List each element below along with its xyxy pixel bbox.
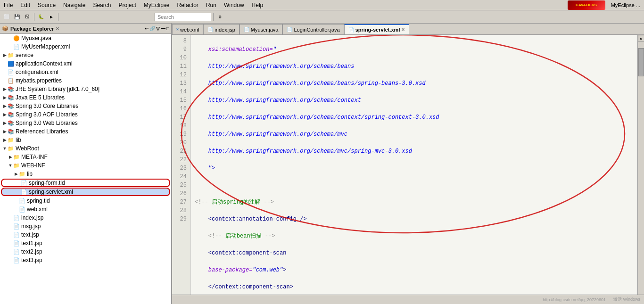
menu-search[interactable]: Search <box>91 1 113 9</box>
menu-file[interactable]: File <box>2 1 15 9</box>
scrollbar-up-arrow[interactable]: ▲ <box>638 35 644 41</box>
tree-expand-arrow[interactable]: ▶ <box>2 121 8 125</box>
toolbar-separator-2 <box>58 13 58 21</box>
tab-springservlet[interactable]: 📄 spring-servlet.xml ✕ <box>344 24 410 34</box>
code-line-21: base-package="com.web"> <box>195 266 634 274</box>
tab-logincontroller[interactable]: 📄 LoginController.java <box>282 24 344 34</box>
tree-item-textjsp[interactable]: 📄 text.jsp <box>0 230 171 239</box>
spring-servlet-icon: 📄 <box>21 189 27 195</box>
tree-item-text3jsp[interactable]: 📄 text3.jsp <box>0 256 171 264</box>
tab-webxml-label: web.xml <box>180 27 199 33</box>
tree-item-myuser[interactable]: 🟠 Myuser.java <box>0 34 171 42</box>
panel-max-icon[interactable]: □ <box>166 26 169 31</box>
tree-expand-arrow[interactable]: ▼ <box>2 146 8 151</box>
menu-myeclipse[interactable]: MyEclipse <box>142 1 172 9</box>
tree-item-springservlet[interactable]: 📄 spring-servlet.xml <box>1 188 170 196</box>
menu-edit[interactable]: Edit <box>18 1 32 9</box>
tree-item-service[interactable]: ▶ 📁 service <box>0 51 171 59</box>
tree-expand-arrow[interactable]: ▶ <box>2 53 8 58</box>
tree-item-text1jsp[interactable]: 📄 text1.jsp <box>0 239 171 247</box>
tree-item-webinf[interactable]: ▼ 📁 WEB-INF <box>0 161 171 170</box>
tree-expand-arrow[interactable]: ▶ <box>8 155 13 159</box>
tree-expand-arrow[interactable]: ▶ <box>2 95 8 100</box>
tree-expand-arrow[interactable]: ▶ <box>13 172 19 176</box>
tree-expand-arrow[interactable]: ▶ <box>2 138 8 142</box>
menu-navigate[interactable]: Navigate <box>61 1 87 9</box>
tab-springservlet-label: spring-servlet.xml <box>355 27 400 33</box>
save-all-button[interactable]: 🖫 <box>23 12 32 22</box>
tree-item-mybatis[interactable]: 📋 mybatis.properties <box>0 76 171 85</box>
tree-item-myusermapper[interactable]: 📄 MyUserMapper.xml <box>0 42 171 51</box>
tree-item-jre[interactable]: ▶ 📚 JRE System Library [jdk1.7.0_60] <box>0 85 171 93</box>
tree-item-webroot[interactable]: ▼ 📁 WebRoot <box>0 144 171 153</box>
link-editor-icon[interactable]: 🔗 <box>149 26 155 31</box>
tree-item-spring30core[interactable]: ▶ 📚 Spring 3.0 Core Libraries <box>0 102 171 110</box>
tab-bar: x web.xml 📄 index.jsp 📄 Myuser.java 📄 Lo… <box>172 24 644 35</box>
panel-menu-icon[interactable]: ▽ <box>156 26 160 31</box>
code-line-22: </context:component-scan> <box>195 283 634 291</box>
tree-expand-arrow[interactable]: ▶ <box>2 112 8 117</box>
panel-min-icon[interactable]: — <box>161 26 165 31</box>
code-editor[interactable]: 8 9 10 11 12 13 14 15 16 17 18 19 20 21 … <box>172 35 644 295</box>
tree-item-appcontext[interactable]: 🟦 applicationContext.xml <box>0 59 171 68</box>
menu-project[interactable]: Project <box>116 1 138 9</box>
tree-item-label: mybatis.properties <box>16 77 62 84</box>
tree-item-javaee[interactable]: ▶ 📚 Java EE 5 Libraries <box>0 93 171 102</box>
lib-icon: 📚 <box>8 129 14 135</box>
tab-webxml[interactable]: x web.xml <box>172 24 203 34</box>
search-input[interactable] <box>155 13 211 21</box>
toolbar-btn-extra[interactable]: ⚙ <box>215 12 225 22</box>
code-line-19: <!-- 启动bean扫描 --> <box>195 232 634 240</box>
tree-item-weblib[interactable]: ▶ 📁 lib <box>0 170 171 178</box>
tree-item-springtld[interactable]: 📄 spring.tld <box>0 197 171 205</box>
tree-expand-arrow[interactable]: ▶ <box>2 104 8 108</box>
tree-item-label: spring.tld <box>27 197 50 204</box>
tree-item-springform[interactable]: 📄 spring-form.tld <box>1 179 170 187</box>
tree-item-label: configuration.xml <box>16 69 58 75</box>
tab-close-icon[interactable]: ✕ <box>401 27 405 32</box>
java-file-icon: 🟠 <box>13 35 20 41</box>
new-button[interactable]: ⬜ <box>2 12 11 22</box>
tree-item-spring30aop[interactable]: ▶ 📚 Spring 3.0 AOP Libraries <box>0 110 171 119</box>
scrollbar-thumb[interactable] <box>638 48 644 76</box>
menu-source[interactable]: Source <box>36 1 58 9</box>
panel-title-x[interactable]: ✕ <box>56 26 59 31</box>
xml-file-icon: 📄 <box>8 69 14 75</box>
main-layout: 📦 Package Explorer ✕ ⇐ 🔗 ▽ — □ 🟠 Myuser.… <box>0 24 644 304</box>
tree-expand-arrow[interactable]: ▶ <box>2 129 8 134</box>
tree-view: 🟠 Myuser.java 📄 MyUserMapper.xml ▶ 📁 ser… <box>0 34 171 304</box>
tab-myuserjava[interactable]: 📄 Myuser.java <box>239 24 283 34</box>
tree-item-indexjsp[interactable]: 📄 index.jsp <box>0 214 171 222</box>
webfolder-icon: 📁 <box>8 146 14 152</box>
save-button[interactable]: 💾 <box>12 12 22 22</box>
tree-item-label: WebRoot <box>16 145 39 152</box>
menu-refactor[interactable]: Refactor <box>175 1 200 9</box>
tree-expand-arrow[interactable]: ▼ <box>8 163 13 168</box>
menu-run[interactable]: Run <box>204 1 218 9</box>
tree-expand-arrow[interactable]: ▶ <box>2 87 8 91</box>
tree-item-msgjsp[interactable]: 📄 msg.jsp <box>0 222 171 230</box>
package-explorer-title: Package Explorer <box>10 26 54 32</box>
lib-icon: 📚 <box>8 86 14 92</box>
tree-item-metainf[interactable]: ▶ 📁 META-INF <box>0 153 171 161</box>
tab-logincontroller-icon: 📄 <box>287 27 292 32</box>
debug-button[interactable]: 🐛 <box>36 12 46 22</box>
menu-help[interactable]: Help <box>250 1 265 9</box>
tree-item-label: lib <box>27 171 33 177</box>
tree-item-webxml[interactable]: 📄 web.xml <box>0 205 171 214</box>
tree-item-configuration[interactable]: 📄 configuration.xml <box>0 68 171 76</box>
folder-icon: 📁 <box>19 171 25 177</box>
lib-icon: 📚 <box>8 103 14 109</box>
tree-item-label: text3.jsp <box>21 257 42 263</box>
tree-item-label: text2.jsp <box>21 248 42 255</box>
tree-item-reflibs[interactable]: ▶ 📚 Referenced Libraries <box>0 127 171 136</box>
collapse-all-icon[interactable]: ⇐ <box>145 26 149 31</box>
tab-indexjsp[interactable]: 📄 index.jsp <box>203 24 239 34</box>
run-button[interactable]: ▶ <box>47 12 56 22</box>
folder-icon: 📁 <box>8 137 14 143</box>
tree-item-text2jsp[interactable]: 📄 text2.jsp <box>0 247 171 256</box>
menu-window[interactable]: Window <box>222 1 246 9</box>
tree-item-lib[interactable]: ▶ 📁 lib <box>0 136 171 144</box>
tree-item-spring30web[interactable]: ▶ 📚 Spring 3.0 Web Libraries <box>0 119 171 127</box>
status-bar: http://blog.csdn.net/qq_20729601 激活 Wind… <box>172 295 644 304</box>
